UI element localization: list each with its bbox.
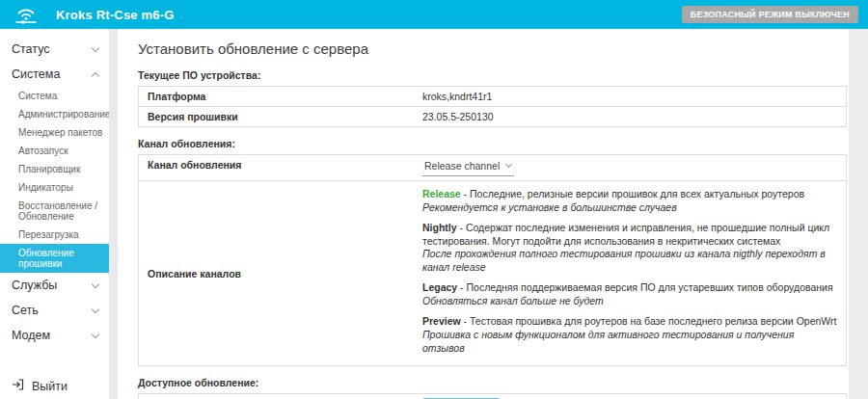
update-channel-table: Канал обновления Release channel Описани… [138,154,847,366]
logout-icon [12,379,24,393]
sidebar-section-network[interactable]: Сеть [0,298,109,323]
page-body: СтатусСистемаСистемаАдминистрированиеМен… [0,29,868,399]
safe-mode-badge: БЕЗОПАСНЫЙ РЕЖИМ ВЫКЛЮЧЕН [682,6,858,23]
channel-select[interactable]: Release channel [422,159,514,176]
channel-note: Прошивка с новым функционалом для активн… [422,329,794,354]
download-row-label: Загрузить [139,394,414,399]
sidebar-section-services[interactable]: Службы [0,273,109,298]
channel-name: Preview [422,315,461,327]
chevron-down-icon [92,279,99,287]
channel-note: Рекомендуется к установке в большинстве … [422,201,677,213]
device-title: Kroks Rt-Cse m6-G [56,8,175,22]
page-title: Установить обновление с сервера [138,40,847,57]
channel-name: Release [422,188,461,200]
row-value: 23.05.5-250130 [414,107,846,126]
table-row: Платформаkroks,kndrt41r1 [139,87,846,107]
channel-row-label: Канал обновления [139,155,414,180]
sidebar-scrollbar-track [109,29,118,399]
main-content: Установить обновление с сервера Текущее … [118,29,849,399]
section-label-available-update: Доступное обновление: [138,377,847,388]
table-row-channel-select: Канал обновления Release channel [139,155,846,181]
current-firmware-table: Платформаkroks,kndrt41r1Версия прошивки2… [138,86,847,127]
channel-desc-preview: Preview - Тестовая прошивка для роутеров… [422,315,837,356]
channel-select-cell: Release channel [414,155,846,180]
section-label-current-firmware: Текущее ПО устройства: [138,69,847,81]
sidebar-item-scheduler[interactable]: Планировщик [0,160,109,178]
sidebar-section-modem[interactable]: Модем [0,323,109,348]
channel-desc-nightly: Nightly - Содержат последние изменения и… [422,222,837,275]
sidebar-item-indicators[interactable]: Индикаторы [0,178,109,197]
sidebar-item-firmware-update[interactable]: Обновление прошивки [0,244,109,273]
chevron-down-icon [92,305,99,312]
channel-note: После прохождения полного тестирования п… [422,248,826,273]
table-row: Версия прошивки23.05.5-250130 [139,107,846,126]
sidebar-section-label: Сеть [12,304,39,317]
sidebar-section-label: Система [12,67,60,81]
channel-desc-release: Release - Последние, релизные версии про… [422,188,837,215]
channel-desc-label: Описание каналов [139,181,414,365]
available-update-table: Загрузить ЗАГРУЗИТЬ [138,393,847,399]
row-value: kroks,kndrt41r1 [414,87,846,106]
chevron-down-icon [505,161,512,168]
page-gutter [849,29,868,399]
sidebar-item-system[interactable]: Система [0,87,109,105]
sidebar-section-label: Модем [12,329,50,342]
channel-name: Legacy [422,281,457,293]
sidebar-section-system[interactable]: Система [0,62,109,87]
row-label: Платформа [139,87,414,106]
channel-name: Nightly [422,222,457,233]
sidebar-item-package-manager[interactable]: Менеджер пакетов [0,123,109,142]
logout-label: Выйти [32,380,68,393]
section-label-update-channel: Канал обновления: [138,138,847,149]
app-header: Kroks Rt-Cse m6-G БЕЗОПАСНЫЙ РЕЖИМ ВЫКЛЮ… [0,0,868,29]
sidebar-nav: СтатусСистемаСистемаАдминистрированиеМен… [0,29,109,399]
sidebar-section-label: Статус [12,42,50,56]
table-row-download: Загрузить ЗАГРУЗИТЬ [139,394,846,399]
chevron-down-icon [92,43,99,51]
channel-desc-legacy: Legacy - Последняя поддерживаемая версия… [422,281,837,308]
sidebar-item-administration[interactable]: Администрирование [0,105,109,123]
sidebar-item-autostart[interactable]: Автозапуск [0,142,109,160]
sidebar-item-recovery-update[interactable]: Восстановление / Обновление [0,197,109,226]
channel-select-value: Release channel [424,160,500,172]
channel-note: Обновляться канал больше не будет [422,295,604,306]
kroks-antenna-logo-icon [12,4,41,25]
logout-button[interactable]: Выйти [0,373,109,399]
sidebar-item-reboot[interactable]: Перезагрузка [0,226,109,244]
channel-descriptions: Release - Последние, релизные версии про… [414,181,846,365]
chevron-up-icon [92,71,99,79]
chevron-down-icon [92,330,99,337]
sidebar-section-status[interactable]: Статус [0,37,109,62]
sidebar-section-label: Службы [12,279,57,292]
download-cell: ЗАГРУЗИТЬ [414,394,846,399]
table-row-channel-descriptions: Описание каналов Release - Последние, ре… [139,181,846,365]
row-label: Версия прошивки [139,107,414,126]
